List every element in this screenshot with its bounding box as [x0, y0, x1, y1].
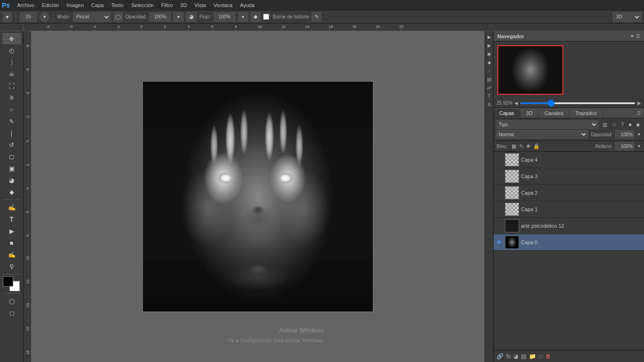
side-icon-6[interactable]: T — [486, 92, 493, 100]
layer-item-arte[interactable]: arte psicodelico 12 — [494, 218, 644, 234]
layer-icon-adj[interactable]: ☺ — [610, 121, 618, 128]
view-select[interactable]: 3D — [613, 12, 641, 22]
lock-position[interactable]: ✥ — [526, 143, 530, 149]
layer-vis-arte[interactable] — [495, 222, 503, 230]
tab-trazados[interactable]: Trazados — [570, 109, 603, 117]
tool-healing[interactable]: ○ — [2, 104, 21, 115]
tool-blur[interactable]: ◕ — [2, 174, 21, 186]
layer-vis-capa1[interactable] — [495, 206, 503, 213]
nav-zoom-out[interactable]: ◀ — [514, 100, 518, 106]
history-brush-checkbox[interactable] — [263, 14, 269, 20]
tool-quick-mask[interactable]: ◯ — [2, 296, 21, 307]
tool-move[interactable]: ✥ — [2, 33, 21, 44]
navigator-collapse[interactable]: ▼ — [630, 33, 635, 39]
layer-item-capa2[interactable]: Capa 2 — [494, 185, 644, 201]
opacity-arrow[interactable]: ▼ — [173, 12, 183, 22]
menu-filtro[interactable]: Filtro — [158, 1, 176, 9]
layer-icon-smart[interactable]: ◆ — [635, 121, 641, 128]
tool-lasso[interactable]: 〉 — [2, 57, 21, 68]
side-icon-4[interactable]: ▤ — [486, 75, 493, 83]
menu-seleccion[interactable]: Selección — [128, 1, 157, 9]
menu-archivo[interactable]: Archivo — [14, 1, 38, 9]
opacity-arrow[interactable]: ▼ — [637, 132, 641, 137]
menu-vista[interactable]: Vista — [191, 1, 209, 9]
tool-brush[interactable]: ✎ — [2, 115, 21, 127]
layer-item-capa1[interactable]: Capa 1 — [494, 201, 644, 218]
footer-adjustment-icon[interactable]: ◕ — [513, 353, 518, 360]
layer-mode-select[interactable]: Normal — [496, 130, 588, 139]
tool-dodge[interactable]: ◆ — [2, 186, 21, 197]
layer-vis-capa4[interactable] — [495, 156, 503, 164]
tool-crop[interactable]: ⛶ — [2, 80, 21, 91]
footer-fx-icon[interactable]: fx — [506, 353, 511, 360]
menu-capa[interactable]: Capa — [88, 1, 107, 9]
footer-new-layer-icon[interactable]: □ — [539, 353, 542, 360]
foreground-color[interactable] — [3, 276, 13, 287]
fill-arrow[interactable]: ▼ — [637, 144, 641, 148]
tool-shape[interactable]: ■ — [2, 237, 21, 248]
nav-zoom-in[interactable]: ▶ — [637, 100, 641, 106]
brush-picker-btn[interactable]: ▼ — [40, 12, 49, 22]
tool-eraser[interactable]: ◻ — [2, 151, 21, 162]
side-icon-3[interactable]: ↕ — [486, 67, 493, 74]
tool-quick-select[interactable]: ☠ — [2, 68, 21, 80]
tool-history-brush[interactable]: ↺ — [2, 139, 21, 150]
brush-icon-btn[interactable]: ✎ — [312, 12, 322, 22]
tab-3d[interactable]: 3D — [520, 109, 539, 117]
side-icon-5[interactable]: ☍ — [486, 84, 493, 91]
tool-eyedropper[interactable]: ⚞ — [2, 92, 21, 103]
tool-type[interactable]: T — [2, 214, 21, 225]
navigator-menu[interactable]: ☰ — [636, 33, 640, 39]
footer-delete-icon[interactable]: 🗑 — [545, 353, 551, 360]
expand-btn[interactable]: ▶ — [486, 41, 493, 49]
tablet-btn[interactable]: ◆ — [251, 12, 260, 22]
nav-zoom-slider[interactable] — [520, 102, 636, 104]
layer-vis-capa0[interactable]: 👁 — [495, 239, 503, 246]
layer-item-capa0[interactable]: 👁 Capa 0 — [494, 234, 644, 251]
flow-input[interactable] — [214, 12, 235, 22]
layer-icon-type[interactable]: T — [620, 121, 626, 128]
tool-pen[interactable]: ✍ — [2, 202, 21, 213]
menu-3d[interactable]: 3D — [177, 1, 190, 9]
tool-screen-mode[interactable]: ▢ — [2, 307, 21, 319]
tool-selector[interactable]: ▼ — [3, 12, 12, 22]
main-canvas[interactable] — [142, 81, 373, 312]
flow-arrow[interactable]: ▼ — [238, 12, 248, 22]
layer-vis-capa3[interactable] — [495, 173, 503, 180]
collapse-nav-icon[interactable]: ▶ — [486, 33, 493, 41]
tool-hand[interactable]: ✍ — [2, 249, 21, 260]
layers-menu-icon[interactable]: ☰ — [634, 110, 644, 115]
tool-marquee[interactable]: ◴ — [2, 45, 21, 56]
layer-icon-shape[interactable]: ■ — [627, 121, 633, 128]
menu-texto[interactable]: Texto — [108, 1, 127, 9]
layer-fill-input[interactable] — [615, 142, 634, 150]
airbrush-btn[interactable]: ◕ — [186, 12, 197, 22]
lock-transparent[interactable]: ▦ — [512, 143, 516, 149]
tab-canales[interactable]: Canales — [539, 109, 570, 117]
side-icon-7[interactable]: A — [486, 101, 493, 108]
layer-type-select[interactable]: Tipo — [496, 120, 598, 129]
tool-path-select[interactable]: ▶ — [2, 225, 21, 237]
tool-clone[interactable]: ❘ — [2, 127, 21, 139]
layer-icon-pixel[interactable]: ▥ — [601, 121, 609, 128]
menu-edicion[interactable]: Edición — [39, 1, 62, 9]
opacity-input[interactable] — [149, 12, 171, 22]
tab-capas[interactable]: Capas — [494, 109, 520, 117]
layer-item-capa3[interactable]: Capa 3 — [494, 168, 644, 185]
brush-size-input[interactable] — [20, 12, 37, 22]
side-icon-2[interactable]: ◆ — [486, 58, 493, 66]
lock-image[interactable]: ✎ — [519, 143, 523, 149]
mode-select[interactable]: Pincel — [73, 12, 111, 22]
footer-folder-icon[interactable]: 📁 — [529, 353, 536, 360]
footer-link-icon[interactable]: 🔗 — [496, 353, 504, 360]
layer-item-capa4[interactable]: Capa 4 — [494, 152, 644, 168]
footer-mask-icon[interactable]: ▤ — [521, 353, 526, 360]
tool-zoom[interactable]: ⚲ — [2, 261, 21, 272]
layer-vis-capa2[interactable] — [495, 189, 503, 197]
menu-imagen[interactable]: Imagen — [63, 1, 87, 9]
menu-ventana[interactable]: Ventana — [210, 1, 236, 9]
mode-toggle[interactable]: ◯ — [114, 12, 123, 22]
side-icon-1[interactable]: ◉ — [486, 50, 493, 58]
menu-ayuda[interactable]: Ayuda — [237, 1, 258, 9]
lock-all[interactable]: 🔒 — [533, 143, 540, 149]
